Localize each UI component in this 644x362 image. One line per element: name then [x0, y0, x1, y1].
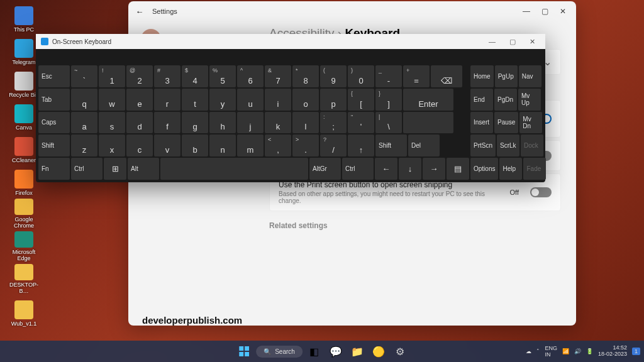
- taskbar-search[interactable]: 🔍Search: [256, 346, 303, 358]
- tray-chevron-icon[interactable]: ˄: [536, 348, 540, 354]
- key-space[interactable]: [160, 158, 308, 180]
- key-m[interactable]: m: [237, 134, 264, 156]
- osk-minimize-button[interactable]: —: [489, 38, 496, 46]
- key-c[interactable]: c: [126, 134, 153, 156]
- key-w[interactable]: w: [99, 89, 125, 111]
- key-tab[interactable]: Tab: [38, 89, 70, 111]
- key-⊞[interactable]: ⊞: [104, 158, 126, 180]
- key-;[interactable]: :;: [320, 112, 347, 134]
- key-esc[interactable]: Esc: [38, 65, 70, 87]
- key-←[interactable]: ←: [375, 158, 397, 180]
- key-2[interactable]: @2: [126, 65, 153, 87]
- taskbar-app-explorer[interactable]: 📁: [348, 342, 367, 361]
- key-shift[interactable]: Shift: [375, 134, 407, 156]
- key-mvdn[interactable]: Mv Dn: [519, 112, 542, 134]
- task-view-button[interactable]: ◧: [305, 342, 324, 361]
- key-enter[interactable]: Enter: [403, 89, 453, 111]
- osk-close-button[interactable]: ✕: [530, 38, 535, 46]
- tray-onedrive-icon[interactable]: ☁: [526, 348, 531, 354]
- key-options[interactable]: Options: [470, 158, 498, 180]
- key-↑[interactable]: ↑: [348, 134, 374, 156]
- tray-wifi-icon[interactable]: 📶: [562, 348, 569, 354]
- key-[[interactable]: {[: [348, 89, 374, 111]
- toggle-switch[interactable]: [530, 187, 552, 197]
- key-end[interactable]: End: [470, 89, 493, 111]
- key-fade[interactable]: Fade: [523, 158, 546, 180]
- key-u[interactable]: u: [237, 89, 264, 111]
- key-dock[interactable]: Dock: [521, 134, 543, 156]
- key-j[interactable]: j: [237, 112, 264, 134]
- taskbar-app-chat[interactable]: 💬: [326, 342, 345, 361]
- back-button[interactable]: ←: [133, 7, 146, 16]
- key-fn[interactable]: Fn: [38, 158, 70, 180]
- key-⌫[interactable]: ⌫: [431, 65, 462, 87]
- key-ctrl[interactable]: Ctrl: [71, 158, 103, 180]
- desktop-icon-this-pc[interactable]: This PC: [5, 3, 43, 33]
- tray-battery-icon[interactable]: 🔋: [586, 348, 593, 354]
- key-i[interactable]: i: [265, 89, 291, 111]
- key-home[interactable]: Home: [470, 65, 494, 87]
- key-][interactable]: }]: [375, 89, 402, 111]
- key-`[interactable]: ~`: [71, 65, 97, 87]
- key-h[interactable]: h: [209, 112, 236, 134]
- key-b[interactable]: b: [182, 134, 208, 156]
- key-t[interactable]: t: [182, 89, 208, 111]
- tray-clock[interactable]: 14:5218-02-2023: [598, 345, 627, 358]
- key-z[interactable]: z: [71, 134, 97, 156]
- key-8[interactable]: *8: [292, 65, 319, 87]
- key-ctrl[interactable]: Ctrl: [342, 158, 374, 180]
- key-pgdn[interactable]: PgDn: [494, 89, 517, 111]
- key-mvup[interactable]: Mv Up: [518, 89, 541, 111]
- maximize-button[interactable]: ▢: [541, 7, 548, 16]
- key-s[interactable]: s: [99, 112, 125, 134]
- key-'[interactable]: "': [348, 112, 374, 134]
- minimize-button[interactable]: —: [523, 7, 530, 16]
- key-l[interactable]: l: [292, 112, 319, 134]
- key-help[interactable]: Help: [499, 158, 522, 180]
- key-shift[interactable]: Shift: [38, 134, 70, 156]
- key-d[interactable]: d: [126, 112, 153, 134]
- key-=[interactable]: +=: [403, 65, 430, 87]
- key-r[interactable]: r: [154, 89, 180, 111]
- key-k[interactable]: k: [265, 112, 291, 134]
- key--[interactable]: _-: [375, 65, 402, 87]
- close-button[interactable]: ✕: [560, 7, 566, 16]
- key-prtscn[interactable]: PrtScn: [470, 134, 496, 156]
- desktop-icon-google-chrome[interactable]: Google Chrome: [5, 199, 43, 229]
- key-nav[interactable]: Nav: [519, 65, 541, 87]
- key-q[interactable]: q: [71, 89, 97, 111]
- key-alt[interactable]: Alt: [128, 158, 159, 180]
- key-↓[interactable]: ↓: [399, 158, 421, 180]
- key-1[interactable]: !1: [99, 65, 125, 87]
- key-x[interactable]: x: [99, 134, 125, 156]
- key-7[interactable]: &7: [265, 65, 291, 87]
- key-space[interactable]: [403, 112, 453, 134]
- taskbar-app-chrome[interactable]: 🟡: [369, 342, 388, 361]
- desktop-icon-microsoft-edge[interactable]: Microsoft Edge: [5, 231, 43, 261]
- key-e[interactable]: e: [126, 89, 153, 111]
- key-o[interactable]: o: [292, 89, 319, 111]
- tray-volume-icon[interactable]: 🔊: [574, 348, 581, 354]
- key-5[interactable]: %5: [209, 65, 236, 87]
- key-y[interactable]: y: [209, 89, 236, 111]
- key-/[interactable]: ?/: [320, 134, 347, 156]
- system-tray[interactable]: ☁ ˄ ENGIN 📶 🔊 🔋 14:5218-02-2023 1: [526, 345, 640, 358]
- key-,[interactable]: <,: [265, 134, 291, 156]
- key-pgup[interactable]: PgUp: [495, 65, 518, 87]
- taskbar-app-settings[interactable]: ⚙: [391, 342, 409, 361]
- key-pause[interactable]: Pause: [494, 112, 518, 134]
- key-0[interactable]: )0: [348, 65, 374, 87]
- key-9[interactable]: (9: [320, 65, 347, 87]
- key-→[interactable]: →: [423, 158, 445, 180]
- key-v[interactable]: v: [154, 134, 180, 156]
- key-del[interactable]: Del: [408, 134, 440, 156]
- desktop-icon-wub_v1-1[interactable]: Wub_v1.1: [5, 297, 43, 327]
- key-caps[interactable]: Caps: [38, 112, 70, 134]
- tray-notification-badge[interactable]: 1: [632, 348, 640, 355]
- key-\[interactable]: |\: [375, 112, 402, 134]
- key-▤[interactable]: ▤: [447, 158, 469, 180]
- key-p[interactable]: p: [320, 89, 347, 111]
- key-4[interactable]: $4: [182, 65, 208, 87]
- osk-maximize-button[interactable]: ▢: [509, 38, 516, 46]
- key-.[interactable]: >.: [292, 134, 319, 156]
